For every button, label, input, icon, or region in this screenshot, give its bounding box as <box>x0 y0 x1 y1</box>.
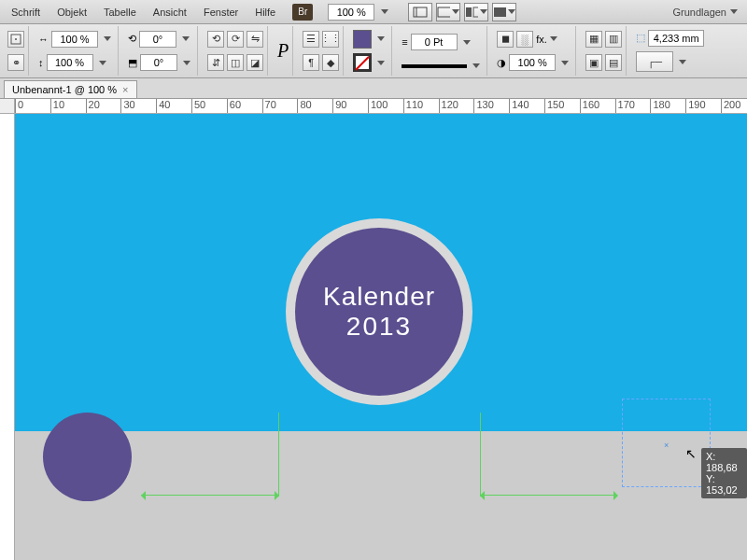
zoom-dropdown[interactable] <box>378 9 391 14</box>
menu-tabelle[interactable]: Tabelle <box>96 3 144 21</box>
arrow-left-icon <box>136 491 146 500</box>
menu-bar: Schrift Objekt Tabelle Ansicht Fenster H… <box>0 0 747 24</box>
fx-label[interactable]: fx. <box>536 34 547 45</box>
vertical-ruler[interactable] <box>0 114 15 560</box>
horizontal-ruler[interactable]: 0102030405060708090100110120130140150160… <box>15 99 747 114</box>
stroke-swatch[interactable] <box>353 53 372 72</box>
scale-x-icon: ↔ <box>38 34 49 45</box>
stroke-weight-icon: ≡ <box>402 36 407 48</box>
ruler-origin[interactable] <box>0 99 15 114</box>
type-tool-icon: P <box>277 40 289 62</box>
rotate-ccw-icon[interactable]: ⟲ <box>207 31 224 48</box>
screen-mode-icon[interactable] <box>492 3 516 21</box>
anchor-point[interactable]: × <box>664 441 669 446</box>
title-line1: Kalender <box>323 282 435 312</box>
drop-shadow-icon[interactable]: ◼ <box>497 31 514 48</box>
scale-y-dd[interactable] <box>96 61 109 65</box>
rotate-cw-icon[interactable]: ⟳ <box>227 31 244 48</box>
corner-options-icon[interactable]: ┌─ <box>636 51 673 72</box>
flip-v-icon[interactable]: ⇵ <box>207 54 224 71</box>
feather-icon[interactable]: ░ <box>516 31 533 48</box>
small-circle[interactable] <box>43 413 132 501</box>
center-content-icon[interactable]: ▣ <box>585 54 602 71</box>
measure-field[interactable] <box>648 30 704 47</box>
menu-ansicht[interactable]: Ansicht <box>146 3 194 21</box>
corner-icon[interactable]: ◆ <box>322 54 339 71</box>
fill-frame-icon[interactable]: ▤ <box>605 54 622 71</box>
flip-h-icon[interactable]: ⇋ <box>247 31 263 48</box>
arrow-left-icon <box>475 491 485 500</box>
zoom-field[interactable] <box>328 4 374 21</box>
rotate-field[interactable] <box>139 31 176 48</box>
svg-rect-2 <box>438 7 450 17</box>
arrange-icon[interactable] <box>464 3 488 21</box>
fit-content-icon[interactable]: ▦ <box>585 31 602 48</box>
coord-x: X: 188,68 <box>706 451 742 473</box>
document-tab[interactable]: Unbenannt-1 @ 100 % × <box>4 80 137 98</box>
align-icon[interactable]: ☰ <box>303 31 319 48</box>
stroke-style-preview[interactable] <box>402 64 467 68</box>
coordinate-tooltip: X: 188,68 Y: 153,02 <box>701 448 747 498</box>
stroke-dd[interactable] <box>374 61 388 65</box>
bridge-icon[interactable]: Br <box>292 4 313 21</box>
shear-field[interactable] <box>140 54 177 71</box>
guide-line[interactable] <box>480 413 481 497</box>
shear-dd[interactable] <box>180 61 193 65</box>
svg-rect-0 <box>414 7 427 17</box>
scale-y-field[interactable] <box>47 54 93 71</box>
menu-hilfe[interactable]: Hilfe <box>247 3 283 21</box>
opacity-icon: ◑ <box>497 57 506 69</box>
select-container-icon[interactable]: ◫ <box>227 54 244 71</box>
smart-guide <box>141 495 278 496</box>
tab-title: Unbenannt-1 @ 100 % <box>12 84 117 95</box>
svg-rect-4 <box>473 7 478 17</box>
menu-fenster[interactable]: Fenster <box>196 3 246 21</box>
scale-y-icon: ↕ <box>38 57 44 68</box>
canvas[interactable]: Kalender 2013 × ↖ X: 188,68 Y: 153,02 <box>15 114 747 560</box>
arrow-right-icon <box>613 491 623 500</box>
arrow-right-icon <box>275 491 284 500</box>
ref-point-icon[interactable] <box>7 31 24 48</box>
select-content-icon[interactable]: ◪ <box>247 54 263 71</box>
svg-rect-5 <box>494 7 506 17</box>
control-panel: ⚭ ↔ ↕ ⟲ ⬒ ⟲ ⟳ ⇋ ⇵ ◫ ◪ P ☰ ⋮⋮ ¶ ◆ <box>0 24 747 78</box>
scale-x-dd[interactable] <box>101 36 114 41</box>
view-mode-preview-icon[interactable] <box>436 3 460 21</box>
title-circle[interactable]: Kalender 2013 <box>295 228 463 396</box>
fill-swatch[interactable] <box>353 30 372 49</box>
scale-x-field[interactable] <box>51 31 98 48</box>
svg-point-7 <box>15 38 17 40</box>
shear-icon: ⬒ <box>128 57 137 69</box>
document-tab-bar: Unbenannt-1 @ 100 % × <box>0 78 747 99</box>
view-mode-normal-icon[interactable] <box>408 3 432 21</box>
fit-frame-icon[interactable]: ▥ <box>605 31 622 48</box>
link-icon[interactable]: ⚭ <box>7 54 24 71</box>
measure-icon: ⬚ <box>636 32 645 44</box>
coord-y: Y: 153,02 <box>706 473 742 496</box>
menu-schrift[interactable]: Schrift <box>4 3 48 21</box>
title-line2: 2013 <box>346 312 412 342</box>
distribute-icon[interactable]: ⋮⋮ <box>322 31 339 48</box>
tab-close-icon[interactable]: × <box>122 84 128 95</box>
rotate-icon: ⟲ <box>128 33 136 45</box>
smart-guide <box>480 495 617 496</box>
opacity-field[interactable] <box>509 54 556 71</box>
svg-rect-3 <box>466 7 472 17</box>
text-wrap-icon[interactable]: ¶ <box>303 54 319 71</box>
workspace-switcher[interactable]: Grundlagen <box>673 7 744 18</box>
menu-objekt[interactable]: Objekt <box>49 3 94 21</box>
rotate-dd[interactable] <box>179 36 192 41</box>
guide-line[interactable] <box>278 413 279 497</box>
fill-dd[interactable] <box>374 36 388 41</box>
stroke-weight-field[interactable] <box>411 34 458 50</box>
